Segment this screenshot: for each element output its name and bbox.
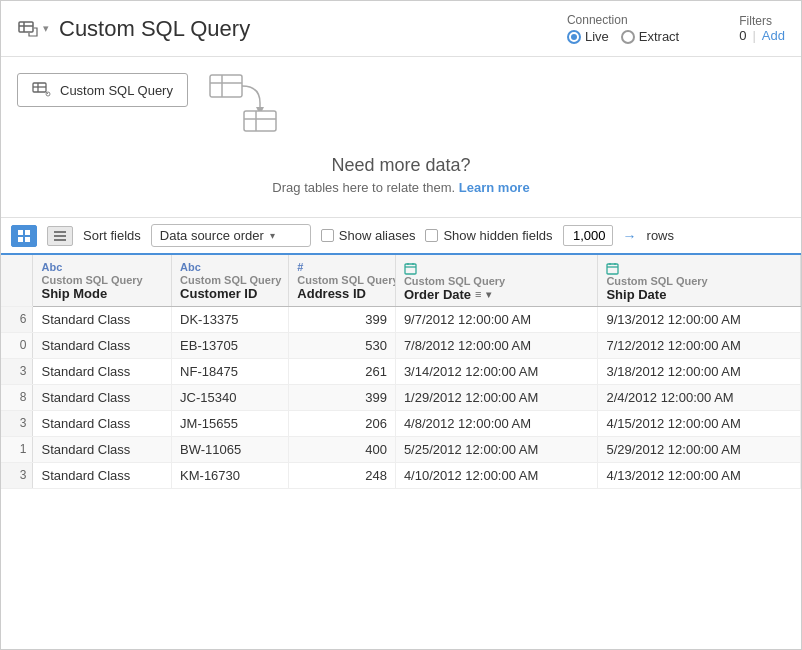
row-num-cell: 1 [1, 436, 33, 462]
ship-mode-cell: Standard Class [33, 306, 172, 332]
svg-rect-16 [25, 230, 30, 235]
add-filter-link[interactable]: Add [762, 28, 785, 43]
ship-date-cell: 5/29/2012 12:00:00 AM [598, 436, 801, 462]
ship-date-cell: 9/13/2012 12:00:00 AM [598, 306, 801, 332]
svg-rect-12 [244, 111, 276, 131]
address-id-cell: 530 [289, 332, 396, 358]
datasource-icon[interactable]: ▾ [17, 18, 49, 40]
col-header-address-id[interactable]: # Custom SQL Query Address ID [289, 255, 396, 306]
show-aliases-label: Show aliases [339, 228, 416, 243]
header: ▾ Custom SQL Query Connection Live Extra… [1, 1, 801, 57]
need-more-title: Need more data? [17, 155, 785, 176]
order-date-cell: 3/14/2012 12:00:00 AM [395, 358, 598, 384]
live-radio[interactable]: Live [567, 29, 609, 44]
grid-view-button[interactable] [11, 225, 37, 247]
customer-id-source: Custom SQL Query [180, 274, 280, 286]
sort-fields-select[interactable]: Data source order ▾ [151, 224, 311, 247]
order-date-source: Custom SQL Query [404, 275, 590, 287]
sql-query-box[interactable]: Custom SQL Query [17, 73, 188, 107]
data-table: Abc Custom SQL Query Ship Mode Abc Custo… [1, 255, 801, 489]
row-num-cell: 3 [1, 410, 33, 436]
table-row: 3 Standard Class NF-18475 261 3/14/2012 … [1, 358, 801, 384]
ship-date-cell: 4/13/2012 12:00:00 AM [598, 462, 801, 488]
header-left: ▾ Custom SQL Query [17, 16, 567, 42]
extract-radio[interactable]: Extract [621, 29, 679, 44]
filters-label: Filters [739, 14, 785, 28]
svg-rect-18 [25, 237, 30, 242]
show-aliases-group[interactable]: Show aliases [321, 228, 416, 243]
table-row: 8 Standard Class JC-15340 399 1/29/2012 … [1, 384, 801, 410]
svg-rect-26 [607, 264, 618, 274]
svg-rect-0 [19, 22, 33, 32]
order-date-cell: 4/8/2012 12:00:00 AM [395, 410, 598, 436]
address-id-cell: 399 [289, 306, 396, 332]
order-date-col-name: Order Date ≡ ▾ [404, 287, 590, 302]
order-date-type-icon [404, 261, 417, 273]
ship-date-cell: 4/15/2012 12:00:00 AM [598, 410, 801, 436]
customer-id-type-icon: Abc [180, 261, 201, 273]
customer-id-cell: KM-16730 [172, 462, 289, 488]
table-row: 3 Standard Class JM-15655 206 4/8/2012 1… [1, 410, 801, 436]
live-radio-dot [567, 30, 581, 44]
sql-table-icon [32, 82, 52, 98]
order-date-sort-icon: ≡ [475, 288, 481, 300]
customer-id-cell: NF-18475 [172, 358, 289, 384]
show-hidden-label: Show hidden fields [443, 228, 552, 243]
data-toolbar: Sort fields Data source order ▾ Show ali… [1, 218, 801, 255]
show-aliases-checkbox[interactable] [321, 229, 334, 242]
show-hidden-group[interactable]: Show hidden fields [425, 228, 552, 243]
ship-mode-cell: Standard Class [33, 358, 172, 384]
customer-id-cell: JM-15655 [172, 410, 289, 436]
learn-more-link[interactable]: Learn more [459, 180, 530, 195]
customer-id-cell: EB-13705 [172, 332, 289, 358]
table-boxes-area: Custom SQL Query [17, 73, 785, 133]
list-view-button[interactable] [47, 226, 73, 246]
customer-id-cell: BW-11065 [172, 436, 289, 462]
need-more-data-section: Need more data? Drag tables here to rela… [17, 145, 785, 209]
sort-fields-value: Data source order [160, 228, 264, 243]
ship-date-source: Custom SQL Query [606, 275, 792, 287]
address-id-cell: 399 [289, 384, 396, 410]
row-num-cell: 8 [1, 384, 33, 410]
address-id-cell: 206 [289, 410, 396, 436]
rows-label: rows [647, 228, 674, 243]
address-id-cell: 400 [289, 436, 396, 462]
col-header-ship-date[interactable]: Custom SQL Query Ship Date [598, 255, 801, 306]
ship-mode-col-name: Ship Mode [41, 286, 163, 301]
svg-rect-15 [18, 230, 23, 235]
col-header-ship-mode[interactable]: Abc Custom SQL Query Ship Mode [33, 255, 172, 306]
table-row: 6 Standard Class DK-13375 399 9/7/2012 1… [1, 306, 801, 332]
sort-dropdown-arrow: ▾ [270, 230, 275, 241]
filters-count: 0 [739, 28, 746, 43]
ship-mode-cell: Standard Class [33, 332, 172, 358]
ship-mode-cell: Standard Class [33, 462, 172, 488]
rows-count-input[interactable]: 1,000 [563, 225, 613, 246]
address-id-cell: 248 [289, 462, 396, 488]
ship-date-col-name: Ship Date [606, 287, 792, 302]
order-date-cell: 9/7/2012 12:00:00 AM [395, 306, 598, 332]
ship-mode-cell: Standard Class [33, 436, 172, 462]
order-date-cell: 7/8/2012 12:00:00 AM [395, 332, 598, 358]
row-num-cell: 3 [1, 462, 33, 488]
ship-mode-source: Custom SQL Query [41, 274, 163, 286]
col-header-customer-id[interactable]: Abc Custom SQL Query Customer ID [172, 255, 289, 306]
connection-radio-group: Live Extract [567, 29, 679, 44]
table-body: 6 Standard Class DK-13375 399 9/7/2012 1… [1, 306, 801, 488]
ship-date-cell: 3/18/2012 12:00:00 AM [598, 358, 801, 384]
svg-rect-22 [405, 264, 416, 274]
show-hidden-checkbox[interactable] [425, 229, 438, 242]
order-date-cell: 1/29/2012 12:00:00 AM [395, 384, 598, 410]
data-table-container[interactable]: Abc Custom SQL Query Ship Mode Abc Custo… [1, 255, 801, 650]
need-more-subtitle: Drag tables here to relate them. Learn m… [17, 180, 785, 195]
col-header-order-date[interactable]: Custom SQL Query Order Date ≡ ▾ [395, 255, 598, 306]
canvas-area: Custom SQL Query Need more data? Drag ta… [1, 57, 801, 218]
order-date-cell: 5/25/2012 12:00:00 AM [395, 436, 598, 462]
filters-section: Filters 0 | Add [739, 14, 785, 43]
ship-date-cell: 7/12/2012 12:00:00 AM [598, 332, 801, 358]
customer-id-cell: DK-13375 [172, 306, 289, 332]
sql-query-label: Custom SQL Query [60, 83, 173, 98]
svg-rect-17 [18, 237, 23, 242]
order-date-dropdown-icon: ▾ [486, 289, 491, 300]
ship-date-cell: 2/4/2012 12:00:00 AM [598, 384, 801, 410]
rows-arrow-icon[interactable]: → [623, 228, 637, 244]
